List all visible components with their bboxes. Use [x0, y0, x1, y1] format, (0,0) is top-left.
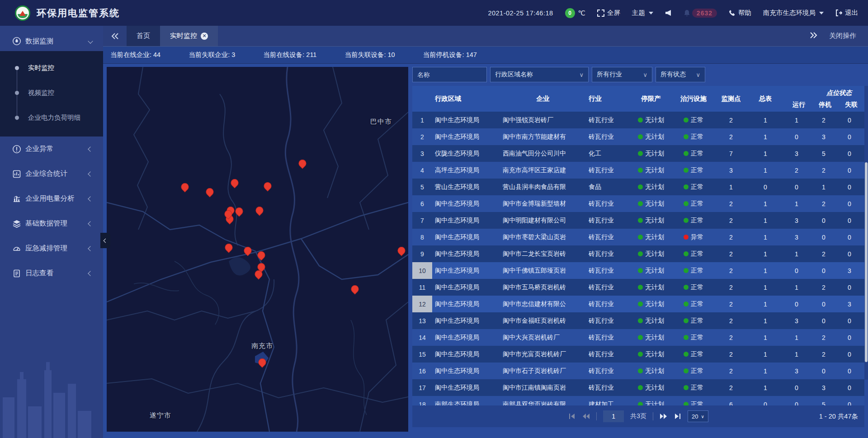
bullet-icon — [15, 91, 19, 95]
chevron-down-icon: ∨ — [701, 414, 704, 419]
col-header-company: 企业 — [500, 86, 586, 112]
fullscreen-button[interactable]: 全屏 — [597, 9, 620, 17]
sidebar-subitem-0[interactable]: 实时监控 — [0, 56, 103, 80]
tab-realtime-monitor[interactable]: 实时监控 ✕ — [160, 26, 218, 46]
region-filter-select[interactable]: 行政区域名称∨ — [490, 67, 589, 82]
chevron-down-icon: ∨ — [579, 71, 584, 78]
status-filter-select[interactable]: 所有状态∨ — [656, 67, 705, 82]
org-dropdown[interactable]: 南充市生态环境局 — [763, 9, 824, 17]
chevron-down-icon — [649, 12, 653, 14]
logout-icon — [835, 9, 842, 16]
table-body: 1阆中生态环境局阆中强锐页岩砖厂砖瓦行业无计划正常211202阆中生态环境局阆中… — [412, 112, 864, 405]
table-row-12[interactable]: 12阆中生态环境局阆中市忠信建材有限公砖瓦行业无计划正常21003 — [412, 296, 864, 312]
sidebar-item-6[interactable]: 日志查看 — [0, 261, 103, 286]
city-skyline-watermark — [0, 343, 103, 438]
temperature-unit: ℃ — [578, 9, 585, 17]
status-dot-green — [638, 268, 643, 273]
sidebar-submenu: 实时监控视频监控企业电力负荷明细 — [0, 51, 103, 137]
alert-circle-icon — [12, 145, 21, 154]
tab-home[interactable]: 首页 — [127, 26, 160, 46]
table-row-9[interactable]: 9阆中生态环境局阆中市二龙长宝页岩砖砖瓦行业无计划正常21120 — [412, 245, 864, 262]
chevron-left-icon — [88, 246, 93, 251]
status-dot-green — [638, 151, 643, 156]
enterprise-table: 行政区域 企业 行业 停限产 治污设施 监测点 总表 点位状态 运行 停机 失联… — [412, 86, 864, 427]
datetime-label: 2021-02-25 17:46:18 — [488, 9, 553, 17]
app-title: 环保用电监管系统 — [37, 7, 120, 19]
last-page-button[interactable] — [674, 413, 681, 419]
logout-button[interactable]: 退出 — [835, 9, 858, 17]
prev-page-button[interactable] — [582, 413, 590, 419]
table-row-8[interactable]: 8阆中生态环境局阆中市枣碧大梁山页岩砖瓦行业无计划异常21300 — [412, 229, 864, 245]
sidebar-subitem-2[interactable]: 企业电力负荷明细 — [0, 105, 103, 130]
table-scrollbar[interactable] — [864, 86, 868, 380]
map-panel[interactable]: 巴中市南充市遂宁市 — [107, 67, 408, 432]
col-group-point-status: 点位状态 — [826, 89, 852, 97]
tabs-scroll-right-button[interactable] — [810, 32, 817, 40]
scrollbar-thumb[interactable] — [865, 162, 868, 362]
page-number-input[interactable]: 1 — [603, 410, 624, 422]
sidebar-item-0[interactable]: 数据监测 — [0, 31, 103, 51]
table-row-17[interactable]: 17阆中生态环境局阆中市江南镇阆南页岩砖瓦行业无计划正常21030 — [412, 379, 864, 396]
table-row-3[interactable]: 3仪陇生态环境局西南油气田分公司川中化工无计划正常71350 — [412, 145, 864, 162]
status-dot-green — [684, 168, 689, 173]
panel-collapse-button[interactable] — [100, 233, 110, 248]
first-page-button[interactable] — [568, 413, 576, 419]
theme-dropdown[interactable]: 主题 — [632, 9, 653, 17]
chevron-down-icon — [88, 38, 93, 43]
chevron-down-icon: ∨ — [643, 71, 647, 78]
notifications-button[interactable]: 2632 — [684, 9, 717, 18]
status-dot-green — [638, 168, 643, 173]
help-button[interactable]: 帮助 — [729, 9, 751, 17]
status-dot-red — [684, 235, 689, 240]
col-header-points: 监测点 — [714, 86, 748, 112]
table-row-2[interactable]: 2阆中生态环境局阆中市南方节能建材有砖瓦行业无计划正常21030 — [412, 128, 864, 145]
map-roads-layer — [107, 67, 408, 432]
sidebar-subitem-1[interactable]: 视频监控 — [0, 80, 103, 105]
bar-chart-icon — [12, 194, 21, 203]
log-file-icon — [12, 269, 21, 278]
next-page-button[interactable] — [660, 413, 668, 419]
table-row-13[interactable]: 13阆中生态环境局阆中市金福旺页岩机砖砖瓦行业无计划正常21300 — [412, 312, 864, 329]
status-dot-green — [638, 335, 643, 340]
stats-bar: 当前在线企业:44当前失联企业:3当前在线设备:211当前失联设备:10当前停机… — [103, 47, 868, 64]
sidebar: 数据监测实时监控视频监控企业电力负荷明细企业异常企业综合统计企业用电量分析基础数… — [0, 26, 103, 438]
mute-button[interactable] — [665, 9, 672, 16]
table-row-7[interactable]: 7阆中生态环境局阆中明阳建材有限公司砖瓦行业无计划正常21300 — [412, 212, 864, 229]
col-header-industry: 行业 — [586, 86, 629, 112]
tab-close-icon[interactable]: ✕ — [201, 33, 208, 40]
col-header-facility: 治污设施 — [673, 86, 714, 112]
status-dot-green — [684, 285, 689, 290]
table-row-1[interactable]: 1阆中生态环境局阆中强锐页岩砖厂砖瓦行业无计划正常21120 — [412, 112, 864, 128]
table-row-18[interactable]: 18南部生态环境局南部县双华页岩砖有限建材加工无计划正常60050 — [412, 396, 864, 405]
table-row-14[interactable]: 14阆中生态环境局阆中大兴页岩机砖厂砖瓦行业无计划正常21120 — [412, 329, 864, 346]
close-operations-button[interactable]: 关闭操作 — [829, 32, 856, 40]
sidebar-item-1[interactable]: 企业异常 — [0, 137, 103, 161]
fullscreen-icon — [597, 9, 604, 17]
table-row-11[interactable]: 11阆中生态环境局阆中市五马桥页岩机砖砖瓦行业无计划正常21120 — [412, 279, 864, 296]
map-city-label-1: 南充市 — [251, 342, 273, 350]
status-dot-green — [684, 218, 689, 223]
sidebar-item-5[interactable]: 应急减排管理 — [0, 236, 103, 261]
status-dot-green — [684, 352, 689, 357]
stat-item-0: 当前在线企业:44 — [110, 51, 160, 59]
status-dot-green — [638, 184, 643, 189]
industry-filter-select[interactable]: 所有行业∨ — [592, 67, 652, 82]
table-row-16[interactable]: 16阆中生态环境局阆中市石子页岩机砖厂砖瓦行业无计划正常21300 — [412, 363, 864, 379]
status-dot-green — [638, 235, 643, 240]
tabs-scroll-left-button[interactable] — [103, 26, 127, 46]
status-dot-green — [684, 335, 689, 340]
page-size-select[interactable]: 20 ∨ — [688, 410, 708, 422]
sidebar-item-4[interactable]: 基础数据管理 — [0, 211, 103, 236]
table-row-15[interactable]: 15阆中生态环境局阆中市光富页岩机砖厂砖瓦行业无计划正常21120 — [412, 346, 864, 363]
table-row-10[interactable]: 10阆中生态环境局阆中千佛镇五郎垭页岩砖瓦行业无计划正常21003 — [412, 262, 864, 279]
name-filter-input[interactable] — [412, 67, 487, 82]
table-row-6[interactable]: 6阆中生态环境局阆中市金博瑞新型墙材砖瓦行业无计划正常21120 — [412, 195, 864, 212]
sidebar-item-2[interactable]: 企业综合统计 — [0, 161, 103, 186]
gauge-icon — [12, 244, 21, 253]
status-dot-green — [638, 201, 643, 206]
table-row-5[interactable]: 5营山生态环境局营山县润丰肉食品有限食品无计划正常10010 — [412, 179, 864, 195]
table-row-4[interactable]: 4高坪生态环境局南充市高坪区王家店建砖瓦行业无计划正常31220 — [412, 162, 864, 179]
sidebar-item-3[interactable]: 企业用电量分析 — [0, 186, 103, 211]
col-header-meters: 总表 — [748, 86, 783, 112]
monitor-gauge-icon — [12, 37, 21, 46]
